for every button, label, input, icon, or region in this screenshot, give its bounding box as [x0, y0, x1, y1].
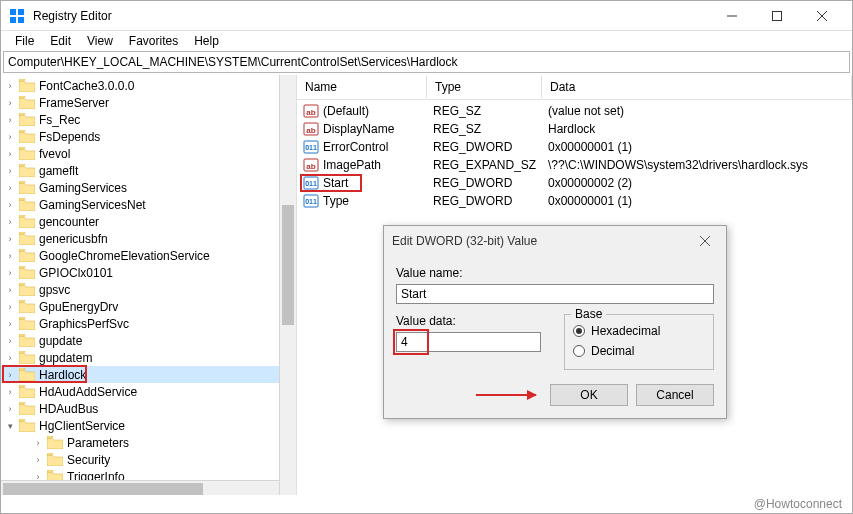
tree-subitem[interactable]: ›Parameters [1, 434, 296, 451]
chevron-right-icon[interactable]: › [31, 436, 45, 450]
menu-view[interactable]: View [79, 32, 121, 50]
tree-subitem[interactable]: ›Security [1, 451, 296, 468]
chevron-right-icon[interactable]: › [3, 317, 17, 331]
chevron-right-icon[interactable]: › [3, 266, 17, 280]
svg-text:ab: ab [306, 108, 315, 117]
column-header-name[interactable]: Name [297, 76, 427, 98]
tree-item[interactable]: ›GoogleChromeElevationService [1, 247, 296, 264]
chevron-right-icon[interactable]: › [3, 402, 17, 416]
radio-hexadecimal[interactable]: Hexadecimal [573, 321, 705, 341]
tree-item[interactable]: ›Hardlock [1, 366, 296, 383]
chevron-right-icon[interactable]: › [3, 249, 17, 263]
tree-item[interactable]: ▾HgClientService [1, 417, 296, 434]
column-header-type[interactable]: Type [427, 76, 542, 98]
tree-item[interactable]: ›FsDepends [1, 128, 296, 145]
chevron-right-icon[interactable]: › [3, 181, 17, 195]
value-name-input[interactable] [396, 284, 714, 304]
tree-item[interactable]: ›GamingServices [1, 179, 296, 196]
minimize-button[interactable] [709, 1, 754, 31]
tree-item[interactable]: ›gameflt [1, 162, 296, 179]
tree-label: gameflt [39, 164, 78, 178]
list-row[interactable]: abImagePathREG_EXPAND_SZ\??\C:\WINDOWS\s… [297, 156, 852, 174]
tree-item[interactable]: ›genericusbfn [1, 230, 296, 247]
tree-label: FsDepends [39, 130, 100, 144]
chevron-right-icon[interactable]: › [3, 215, 17, 229]
folder-icon [19, 419, 35, 432]
svg-rect-3 [18, 17, 24, 23]
tree-label: gpsvc [39, 283, 70, 297]
arrow-annotation [476, 394, 536, 396]
column-header-data[interactable]: Data [542, 76, 852, 98]
value-type: REG_EXPAND_SZ [433, 158, 548, 172]
list-row[interactable]: 011ErrorControlREG_DWORD0x00000001 (1) [297, 138, 852, 156]
tree-item[interactable]: ›Fs_Rec [1, 111, 296, 128]
chevron-down-icon[interactable]: ▾ [3, 419, 17, 433]
menu-file[interactable]: File [7, 32, 42, 50]
tree-item[interactable]: ›fvevol [1, 145, 296, 162]
chevron-right-icon[interactable]: › [3, 334, 17, 348]
dialog-close-button[interactable] [692, 231, 718, 251]
tree-label: GPIOClx0101 [39, 266, 113, 280]
window-title: Registry Editor [33, 9, 709, 23]
menu-favorites[interactable]: Favorites [121, 32, 186, 50]
cancel-button[interactable]: Cancel [636, 384, 714, 406]
chevron-right-icon[interactable]: › [3, 164, 17, 178]
chevron-right-icon[interactable]: › [3, 351, 17, 365]
tree-item[interactable]: ›gupdate [1, 332, 296, 349]
chevron-right-icon[interactable]: › [3, 96, 17, 110]
ok-button[interactable]: OK [550, 384, 628, 406]
tree-item[interactable]: ›gupdatem [1, 349, 296, 366]
list-row[interactable]: abDisplayNameREG_SZHardlock [297, 120, 852, 138]
chevron-right-icon[interactable]: › [3, 232, 17, 246]
folder-icon [19, 181, 35, 194]
tree-scrollbar-thumb[interactable] [282, 205, 294, 325]
chevron-right-icon[interactable]: › [3, 198, 17, 212]
folder-icon [19, 368, 35, 381]
tree-scrollbar-thumb-h[interactable] [3, 483, 203, 495]
tree-item[interactable]: ›gencounter [1, 213, 296, 230]
value-data-input[interactable] [396, 332, 541, 352]
value-data: 0x00000002 (2) [548, 176, 632, 190]
chevron-right-icon[interactable]: › [31, 453, 45, 467]
address-bar[interactable]: Computer\HKEY_LOCAL_MACHINE\SYSTEM\Curre… [3, 51, 850, 73]
radio-decimal[interactable]: Decimal [573, 341, 705, 361]
tree-label: FontCache3.0.0.0 [39, 79, 134, 93]
list-row[interactable]: 011StartREG_DWORD0x00000002 (2) [297, 174, 852, 192]
folder-icon [19, 351, 35, 364]
tree-item[interactable]: ›GPIOClx0101 [1, 264, 296, 281]
edit-dword-dialog: Edit DWORD (32-bit) Value Value name: Va… [383, 225, 727, 419]
chevron-right-icon[interactable]: › [3, 300, 17, 314]
chevron-right-icon[interactable]: › [3, 368, 17, 382]
chevron-right-icon[interactable]: › [3, 283, 17, 297]
tree-item[interactable]: ›GpuEnergyDrv [1, 298, 296, 315]
menu-help[interactable]: Help [186, 32, 227, 50]
tree-item[interactable]: ›HdAudAddService [1, 383, 296, 400]
tree-item[interactable]: ›GraphicsPerfSvc [1, 315, 296, 332]
tree-label: genericusbfn [39, 232, 108, 246]
chevron-right-icon[interactable]: › [3, 79, 17, 93]
tree-label: GpuEnergyDrv [39, 300, 118, 314]
maximize-button[interactable] [754, 1, 799, 31]
dialog-titlebar[interactable]: Edit DWORD (32-bit) Value [384, 226, 726, 256]
tree-item[interactable]: ›GamingServicesNet [1, 196, 296, 213]
folder-icon [19, 232, 35, 245]
menu-edit[interactable]: Edit [42, 32, 79, 50]
tree-label: Security [67, 453, 110, 467]
close-button[interactable] [799, 1, 844, 31]
value-type: REG_DWORD [433, 194, 548, 208]
list-row[interactable]: 011TypeREG_DWORD0x00000001 (1) [297, 192, 852, 210]
value-data: 0x00000001 (1) [548, 194, 632, 208]
chevron-right-icon[interactable]: › [3, 113, 17, 127]
tree-item[interactable]: ›FontCache3.0.0.0 [1, 77, 296, 94]
tree-item[interactable]: ›gpsvc [1, 281, 296, 298]
tree-label: FrameServer [39, 96, 109, 110]
tree-item[interactable]: ›HDAudBus [1, 400, 296, 417]
folder-icon [19, 283, 35, 296]
chevron-right-icon[interactable]: › [3, 130, 17, 144]
tree-item[interactable]: ›FrameServer [1, 94, 296, 111]
chevron-right-icon[interactable]: › [3, 385, 17, 399]
list-row[interactable]: ab(Default)REG_SZ(value not set) [297, 102, 852, 120]
chevron-right-icon[interactable]: › [3, 147, 17, 161]
tree-panel[interactable]: ›FontCache3.0.0.0›FrameServer›Fs_Rec›FsD… [1, 75, 297, 497]
tree-scrollbar-vertical[interactable] [279, 75, 296, 497]
